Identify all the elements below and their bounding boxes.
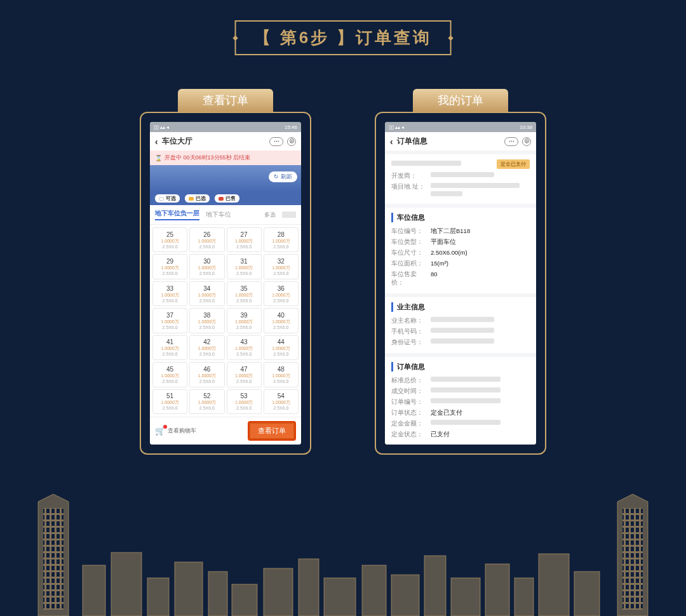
cell-number: 34 [203,285,210,292]
info-row: 成交时间： [391,386,530,397]
section-title-parking: 车位信息 [391,213,530,222]
cell-price: 1.0000万 [235,265,253,271]
cell-price: 1.0000万 [272,399,290,406]
tab-count-box [282,211,296,218]
cart-text[interactable]: 查看购物车 [168,427,196,435]
info-value-blur [431,398,501,403]
cell-price: 1.0000万 [198,345,216,352]
parking-cell[interactable]: 331.0000万2.5X6.0 [152,281,187,306]
cell-dim: 2.5X6.0 [199,352,215,356]
cell-dim: 2.5X6.0 [236,379,252,384]
parking-cell[interactable]: 361.0000万2.5X6.0 [264,281,299,306]
parking-cell[interactable]: 431.0000万2.5X6.0 [227,335,262,360]
info-row: 车位编号：地下二层B118 [391,226,530,237]
parking-cell[interactable]: 371.0000万2.5X6.0 [152,308,187,333]
cell-number: 46 [203,366,210,373]
info-key: 身份证号： [391,338,426,347]
parking-cell[interactable]: 481.0000万2.5X6.0 [264,362,299,387]
info-row: 订单编号： [391,397,530,408]
svg-rect-7 [232,584,257,616]
parking-cell[interactable]: 261.0000万2.5X6.0 [189,227,224,252]
tab-b1[interactable]: 地下车位负一层 [155,209,199,220]
parking-cell[interactable]: 451.0000万2.5X6.0 [152,362,187,387]
cell-price: 1.0000万 [198,238,216,244]
info-key: 车位类型： [391,238,426,246]
info-row: 车位尺寸：2.50X6.00(m) [391,248,530,258]
close-icon[interactable]: ⦾ [522,137,531,146]
svg-rect-19 [43,508,64,610]
cell-price: 1.0000万 [272,319,290,325]
parking-cell[interactable]: 471.0000万2.5X6.0 [227,362,262,387]
cell-dim: 2.5X6.0 [236,352,252,356]
phone-frame-left: ▯▯ ▴▴ ◂ 15:46 ‹ 车位大厅 ⋯ ⦾ ⌛ 开盘中 00天06时13分… [140,112,311,455]
info-key: 车位面积： [391,260,426,268]
cell-dim: 2.5X6.0 [163,352,178,356]
svg-rect-18 [574,572,600,616]
cell-dim: 2.5X6.0 [273,379,288,384]
info-key: 标准总价： [391,377,426,385]
parking-cell[interactable]: 421.0000万2.5X6.0 [189,335,224,360]
cell-number: 25 [166,231,173,238]
parking-cell[interactable]: 541.0000万2.5X6.0 [264,389,299,414]
parking-cell[interactable]: 291.0000万2.5X6.0 [152,254,187,279]
cell-number: 52 [203,392,210,399]
address-label: 项目地 址： [391,183,426,198]
parking-cell[interactable]: 311.0000万2.5X6.0 [227,254,262,279]
parking-cell[interactable]: 271.0000万2.5X6.0 [227,227,262,252]
cell-price: 1.0000万 [235,373,253,379]
info-row: 车位售卖价：80 [391,269,530,288]
parking-cell[interactable]: 511.0000万2.5X6.0 [152,389,187,414]
parking-cell[interactable]: 251.0000万2.5X6.0 [152,227,187,252]
info-row: 定金状态：已支付 [391,429,530,440]
refresh-button[interactable]: ↻ 刷新 [269,171,297,182]
phone-right: 我的订单 ▯▯ ▴▴ ◂ 10:38 ‹ 订单信息 ⋯ ⦾ 定金已支付 [375,89,546,455]
cell-price: 1.0000万 [161,345,178,352]
parking-cell[interactable]: 411.0000万2.5X6.0 [152,335,187,360]
back-icon[interactable]: ‹ [390,137,393,147]
cell-number: 45 [166,366,173,373]
tab-b0[interactable]: 地下车位 [206,210,231,219]
parking-cell[interactable]: 441.0000万2.5X6.0 [264,335,299,360]
parking-cell[interactable]: 301.0000万2.5X6.0 [189,254,224,279]
parking-cell[interactable]: 531.0000万2.5X6.0 [227,389,262,414]
more-icon[interactable]: ⋯ [504,137,518,146]
cell-number: 37 [166,312,173,319]
parking-cell[interactable]: 521.0000万2.5X6.0 [189,389,224,414]
parking-cell[interactable]: 381.0000万2.5X6.0 [189,308,224,333]
cell-price: 1.0000万 [198,292,216,298]
parking-info-card: 车位信息 车位编号：地下二层B118车位类型：平面车位车位尺寸：2.50X6.0… [385,208,536,293]
parking-cell[interactable]: 341.0000万2.5X6.0 [189,281,224,306]
info-row: 身份证号： [391,337,530,348]
screen-parking-hall: ▯▯ ▴▴ ◂ 15:46 ‹ 车位大厅 ⋯ ⦾ ⌛ 开盘中 00天06时13分… [150,122,301,445]
info-value: 定金已支付 [431,409,462,417]
svg-rect-6 [208,572,227,616]
status-signal-icon: ▯▯ ▴▴ ◂ [389,124,404,130]
parking-cell[interactable]: 321.0000万2.5X6.0 [264,254,299,279]
order-info-card: 订单信息 标准总价：成交时间：订单编号：订单状态：定金已支付定金金额：定金状态：… [385,357,536,445]
cell-dim: 2.5X6.0 [273,244,288,249]
cell-number: 31 [241,258,248,265]
parking-cell[interactable]: 461.0000万2.5X6.0 [189,362,224,387]
parking-cell[interactable]: 391.0000万2.5X6.0 [227,308,262,333]
more-icon[interactable]: ⋯ [269,137,283,146]
info-value: 平面车位 [431,238,456,246]
cell-dim: 2.5X6.0 [273,352,288,356]
info-row: 手机号码： [391,326,530,337]
parking-cell[interactable]: 351.0000万2.5X6.0 [227,281,262,306]
info-value-blur [431,377,501,382]
info-value-blur [431,420,501,425]
cell-price: 1.0000万 [161,399,178,406]
close-icon[interactable]: ⦾ [287,137,296,146]
cell-dim: 2.5X6.0 [273,298,288,303]
cell-dim: 2.5X6.0 [199,298,215,303]
svg-rect-8 [264,568,293,616]
parking-cell[interactable]: 401.0000万2.5X6.0 [264,308,299,333]
floor-tabs: 地下车位负一层 地下车位 多选 [150,205,301,225]
parking-cell[interactable]: 281.0000万2.5X6.0 [264,227,299,252]
back-icon[interactable]: ‹ [155,137,158,147]
svg-rect-5 [175,562,203,616]
cart-icon[interactable]: 🛒 [155,426,165,436]
cell-number: 27 [241,231,248,238]
countdown-strip: ⌛ 开盘中 00天06时13分55秒 后结束 [150,151,301,165]
view-order-button[interactable]: 查看订单 [248,421,296,441]
